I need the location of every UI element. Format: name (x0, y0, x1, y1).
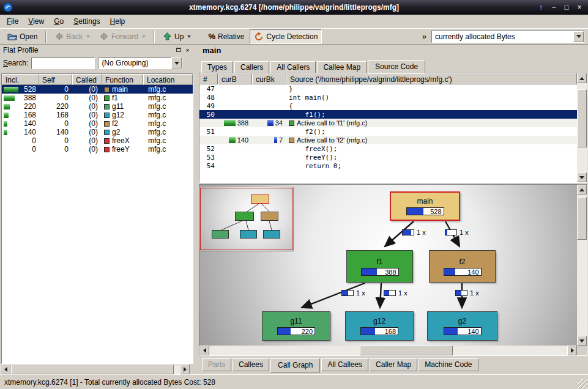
graph-node-g2[interactable]: g2 140 (427, 311, 497, 341)
scroll-up-button[interactable] (577, 73, 587, 83)
source-call-row[interactable]: 388 34 Active call to 'f1' (mfg.c) (199, 119, 577, 127)
scrollbar-track[interactable] (10, 365, 180, 374)
horizontal-scrollbar[interactable] (199, 346, 577, 355)
source-line[interactable]: 54 return 0; (199, 161, 577, 170)
up-button[interactable]: Up (158, 29, 195, 44)
column-incl[interactable]: Incl. (2, 74, 39, 85)
scrollbar-thumb[interactable] (577, 197, 587, 240)
tab-parts[interactable]: Parts (202, 358, 231, 371)
source-line[interactable]: 48 int main() (199, 93, 577, 102)
scrollbar-track[interactable] (577, 194, 587, 336)
graph-node-g11[interactable]: g11 220 (262, 311, 330, 341)
column-source[interactable]: Source ('/home/philippe/valgrind/littlep… (286, 73, 577, 84)
source-line[interactable]: 52 freeX(); (199, 144, 577, 153)
minimize-icon[interactable]: − (548, 2, 559, 13)
table-row-main[interactable]: 528 0 (0) main mfg.c (2, 85, 193, 94)
graph-overview-map[interactable] (199, 187, 294, 251)
titlebar[interactable]: xtmemory.kcg.6274 [/home/philippe/valgri… (0, 0, 588, 15)
table-row-f2[interactable]: 140 0 (0) f2 mfg.c (2, 119, 193, 128)
resize-grip[interactable] (578, 379, 587, 388)
source-call-row[interactable]: 140 7 Active call to 'f2' (mfg.c) (199, 136, 577, 144)
tab-callers[interactable]: Callers (234, 61, 269, 73)
scroll-left-button[interactable] (1, 365, 10, 374)
relative-button[interactable]: % Relative (204, 29, 248, 44)
scrollbar-thumb[interactable] (11, 365, 174, 374)
scroll-right-button[interactable] (180, 365, 190, 374)
graph-node-f1[interactable]: f1 388 (346, 250, 413, 283)
scroll-right-button[interactable] (567, 346, 577, 355)
forward-button[interactable]: Forward (95, 29, 150, 44)
table-row-freeX[interactable]: 0 0 (0) freeX mfg.c (2, 136, 193, 145)
graph-node-main[interactable]: main 528 (390, 191, 460, 221)
dock-header[interactable]: Flat Profile × (0, 45, 195, 55)
edge-label-f2-g2[interactable]: 1 x (455, 289, 479, 297)
table-row-g12[interactable]: 168 168 (0) g12 mfg.c (2, 111, 193, 119)
vertical-scrollbar[interactable] (577, 185, 587, 346)
source-line[interactable]: 53 freeY(); (199, 153, 577, 161)
tab-machine-code[interactable]: Machine Code (419, 358, 478, 371)
table-row-f1[interactable]: 388 0 (0) f1 mfg.c (2, 94, 193, 102)
grouping-combo[interactable]: (No Grouping) (98, 57, 182, 69)
column-curbk[interactable]: curBk (252, 73, 286, 84)
graph-node-f2[interactable]: f2 140 (429, 250, 496, 283)
edge-label-main-f2[interactable]: 1 x (445, 229, 469, 236)
tab-callees[interactable]: Callees (233, 358, 269, 371)
scroll-down-button[interactable] (577, 336, 587, 346)
minimap-viewport[interactable] (200, 188, 292, 250)
tab-all-callers[interactable]: All Callers (270, 61, 316, 73)
column-function[interactable]: Function (102, 74, 143, 85)
table-row-g11[interactable]: 220 220 (0) g11 mfg.c (2, 102, 193, 111)
tab-caller-map[interactable]: Caller Map (370, 358, 417, 371)
source-line[interactable]: 51 f2(); (199, 127, 577, 136)
open-button[interactable]: Open (3, 29, 42, 44)
column-called[interactable]: Called (72, 74, 102, 85)
menu-file[interactable]: File (2, 15, 23, 28)
column-self[interactable]: Self (39, 74, 72, 85)
scrollbar-track[interactable] (577, 83, 587, 172)
graph-node-g12[interactable]: g12 168 (345, 311, 414, 341)
scroll-left-button[interactable] (199, 346, 209, 355)
tab-call-graph[interactable]: Call Graph (270, 358, 320, 372)
column-curb[interactable]: curB (218, 73, 252, 84)
column-line-number[interactable]: # (199, 73, 218, 84)
tab-types[interactable]: Types (201, 61, 233, 73)
menu-view[interactable]: View (23, 15, 49, 28)
search-input[interactable] (31, 57, 95, 69)
combo-arrow-button[interactable] (573, 31, 584, 42)
close-icon[interactable]: × (574, 2, 585, 13)
source-line-selected[interactable]: 50 f1(); (199, 110, 577, 119)
scrollbar-thumb[interactable] (360, 346, 453, 355)
scroll-up-button[interactable] (577, 185, 587, 194)
source-line[interactable]: 49 { (199, 102, 577, 110)
horizontal-scrollbar[interactable] (1, 365, 190, 374)
tab-callee-map[interactable]: Callee Map (317, 61, 367, 73)
cycle-detection-button[interactable]: Cycle Detection (250, 29, 322, 44)
up-dropdown-icon[interactable] (187, 35, 191, 38)
dock-close-icon[interactable]: × (183, 46, 192, 54)
call-graph-canvas[interactable]: main 528 f1 388 f2 140 g11 220 g12 168 (199, 185, 577, 346)
toolbar-overflow-chevron[interactable]: » (419, 32, 430, 41)
table-row-g2[interactable]: 140 140 (0) g2 mfg.c (2, 128, 193, 136)
grouping-arrow-button[interactable] (171, 57, 182, 69)
menu-help[interactable]: Help (105, 15, 130, 28)
edge-label-main-f1[interactable]: 1 x (402, 229, 426, 236)
source-line[interactable]: 47 } (199, 84, 577, 93)
tab-source-code[interactable]: Source Code (368, 60, 425, 73)
forward-dropdown-icon[interactable] (142, 35, 146, 38)
column-location[interactable]: Location (143, 74, 193, 85)
maximize-icon[interactable]: □ (561, 2, 572, 13)
edge-label-f1-g12[interactable]: 1 x (384, 289, 408, 297)
edge-label-f1-g11[interactable]: 1 x (341, 289, 365, 297)
scrollbar-thumb[interactable] (577, 89, 587, 147)
vertical-scrollbar[interactable] (577, 73, 587, 182)
scroll-down-button[interactable] (577, 172, 587, 182)
table-row-freeY[interactable]: 0 0 (0) freeY mfg.c (2, 145, 193, 154)
menu-go[interactable]: Go (49, 15, 69, 28)
tab-all-callees[interactable]: All Callees (321, 358, 368, 371)
back-dropdown-icon[interactable] (86, 35, 90, 38)
back-button[interactable]: Back (50, 29, 94, 44)
event-type-combo[interactable]: currently allocated Bytes (431, 31, 584, 43)
menu-settings[interactable]: Settings (69, 15, 105, 28)
float-icon[interactable] (174, 46, 183, 54)
shade-icon[interactable]: ↑ (535, 2, 546, 13)
